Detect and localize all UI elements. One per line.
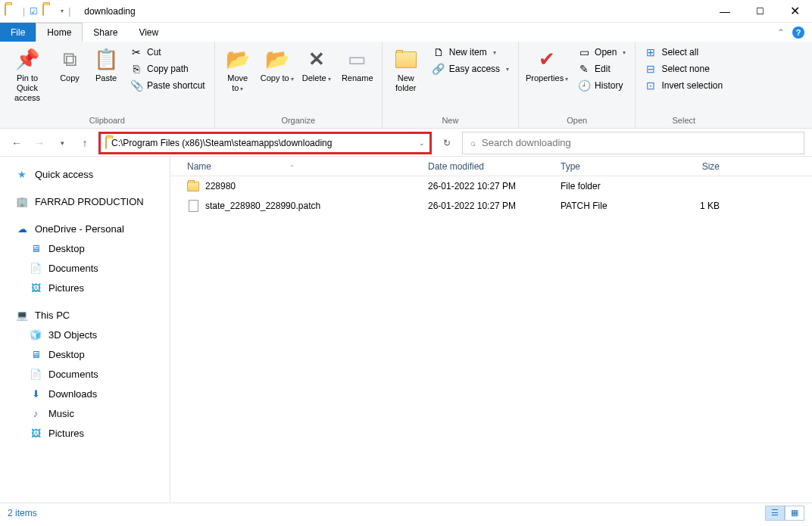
cut-icon: ✂ (130, 46, 142, 58)
qat-folder-icon[interactable] (42, 5, 56, 18)
ribbon-collapse-icon[interactable]: ⌃ (777, 27, 785, 38)
close-button[interactable]: ✕ (777, 0, 812, 23)
copy-to-button[interactable]: 📂Copy to▾ (259, 45, 295, 86)
select-all-button[interactable]: ⊞Select all (640, 45, 727, 60)
sort-icon: ⌃ (289, 164, 295, 171)
file-icon (187, 200, 199, 212)
group-label-clipboard: Clipboard (5, 116, 210, 126)
properties-button[interactable]: ✔Properties▾ (523, 45, 570, 86)
copy-button[interactable]: ⧉ Copy (53, 45, 86, 86)
select-all-icon: ⊞ (645, 46, 657, 58)
pin-label: Pin to Quick access (6, 73, 48, 104)
copy-path-icon: ⎘ (130, 63, 142, 75)
navigation-bar: ← → ▾ ↑ ⌄ ↻ ⌕ (0, 129, 812, 156)
tab-share[interactable]: Share (83, 23, 128, 42)
recent-locations-button[interactable]: ▾ (53, 134, 71, 152)
ribbon: 📌 Pin to Quick access ⧉ Copy 📋 Paste ✂Cu… (0, 42, 812, 129)
group-label-new: New (387, 116, 514, 126)
new-folder-icon (394, 48, 418, 72)
forward-button[interactable]: → (30, 134, 48, 152)
open-button[interactable]: ▭Open▾ (573, 45, 630, 60)
app-icon (5, 5, 18, 18)
tab-home[interactable]: Home (36, 23, 83, 42)
tree-od-pictures[interactable]: 🖼Pictures (0, 278, 170, 297)
tab-view[interactable]: View (128, 23, 169, 42)
tree-pictures[interactable]: 🖼Pictures (0, 423, 170, 443)
invert-selection-button[interactable]: ⊡Invert selection (640, 78, 727, 93)
qat-dropdown-icon[interactable]: ▾ (61, 8, 64, 14)
file-row[interactable]: state_228980_228990.patch 26-01-2022 10:… (170, 196, 812, 216)
search-icon: ⌕ (470, 138, 476, 148)
copy-path-button[interactable]: ⎘Copy path (126, 61, 210, 76)
desktop-icon: 🖥 (29, 347, 42, 361)
minimize-button[interactable]: — (707, 0, 742, 23)
paste-shortcut-button[interactable]: 📎Paste shortcut (126, 78, 210, 93)
history-icon: 🕘 (578, 79, 590, 92)
tab-file[interactable]: File (0, 23, 36, 42)
open-icon: ▭ (578, 46, 590, 58)
easy-access-button[interactable]: 🔗Easy access▾ (428, 61, 514, 76)
tree-onedrive[interactable]: ☁OneDrive - Personal (0, 219, 170, 238)
col-size[interactable]: Size (667, 161, 727, 172)
tree-farrad[interactable]: 🏢FARRAD PRODUCTION (0, 191, 170, 211)
search-input[interactable] (482, 137, 796, 148)
help-icon[interactable]: ? (792, 26, 804, 39)
address-dropdown-icon[interactable]: ⌄ (419, 139, 425, 147)
quick-access-icon: ★ (15, 167, 29, 181)
properties-icon: ✔ (535, 48, 559, 72)
maximize-button[interactable]: ☐ (742, 0, 777, 23)
address-input[interactable] (111, 138, 414, 148)
refresh-button[interactable]: ↻ (436, 132, 458, 154)
paste-button[interactable]: 📋 Paste (89, 45, 123, 86)
col-type[interactable]: Type (553, 161, 667, 172)
move-to-button[interactable]: 📂Move to▾ (220, 45, 256, 96)
copy-icon: ⧉ (58, 48, 82, 72)
history-button[interactable]: 🕘History (573, 78, 630, 93)
col-date[interactable]: Date modified (420, 161, 553, 172)
rename-button[interactable]: ▭Rename (338, 45, 377, 86)
col-name[interactable]: Name ⌃ (170, 161, 420, 172)
ribbon-tabs: File Home Share View ⌃ ? (0, 23, 812, 42)
tree-this-pc[interactable]: 💻This PC (0, 305, 170, 325)
paste-label: Paste (95, 73, 117, 83)
edit-button[interactable]: ✎Edit (573, 61, 630, 76)
tree-desktop[interactable]: 🖥Desktop (0, 344, 170, 364)
tree-documents[interactable]: 📄Documents (0, 364, 170, 384)
navigation-tree[interactable]: ★Quick access 🏢FARRAD PRODUCTION ☁OneDri… (0, 157, 170, 503)
paste-icon: 📋 (94, 48, 118, 72)
downloads-icon: ⬇ (29, 387, 42, 400)
up-button[interactable]: ↑ (76, 134, 94, 152)
select-none-icon: ⊟ (645, 63, 657, 75)
tree-quick-access[interactable]: ★Quick access (0, 164, 170, 184)
select-none-button[interactable]: ⊟Select none (640, 61, 727, 76)
delete-button[interactable]: ✕Delete▾ (298, 45, 335, 86)
details-view-button[interactable]: ☰ (765, 506, 785, 521)
group-label-organize: Organize (220, 116, 377, 126)
pc-icon: 💻 (15, 308, 29, 322)
icons-view-button[interactable]: ▦ (785, 506, 804, 521)
rename-icon: ▭ (345, 48, 370, 72)
ribbon-group-select: ⊞Select all ⊟Select none ⊡Invert selecti… (636, 42, 732, 128)
back-button[interactable]: ← (8, 134, 26, 152)
onedrive-icon: ☁ (15, 222, 29, 235)
pin-icon: 📌 (15, 48, 39, 72)
new-folder-button[interactable]: New folder (387, 45, 425, 96)
column-headers[interactable]: Name ⌃ Date modified Type Size (170, 157, 812, 176)
search-box[interactable]: ⌕ (462, 132, 804, 154)
address-bar[interactable]: ⌄ (98, 132, 432, 154)
folder-icon (187, 180, 199, 192)
invert-selection-icon: ⊡ (645, 79, 657, 92)
new-item-button[interactable]: 🗋New item▾ (428, 45, 514, 60)
qat-check-icon[interactable]: ☑ (30, 6, 38, 17)
tree-od-desktop[interactable]: 🖥Desktop (0, 238, 170, 258)
tree-od-documents[interactable]: 📄Documents (0, 258, 170, 278)
cut-button[interactable]: ✂Cut (126, 45, 210, 60)
file-row[interactable]: 228980 26-01-2022 10:27 PM File folder (170, 176, 812, 196)
ribbon-group-new: New folder 🗋New item▾ 🔗Easy access▾ New (383, 42, 519, 128)
pin-quick-access-button[interactable]: 📌 Pin to Quick access (5, 45, 50, 107)
tree-3d-objects[interactable]: 🧊3D Objects (0, 325, 170, 344)
ribbon-group-clipboard: 📌 Pin to Quick access ⧉ Copy 📋 Paste ✂Cu… (0, 42, 215, 128)
tree-music[interactable]: ♪Music (0, 403, 170, 423)
tree-downloads[interactable]: ⬇Downloads (0, 384, 170, 403)
desktop-icon: 🖥 (29, 241, 42, 255)
